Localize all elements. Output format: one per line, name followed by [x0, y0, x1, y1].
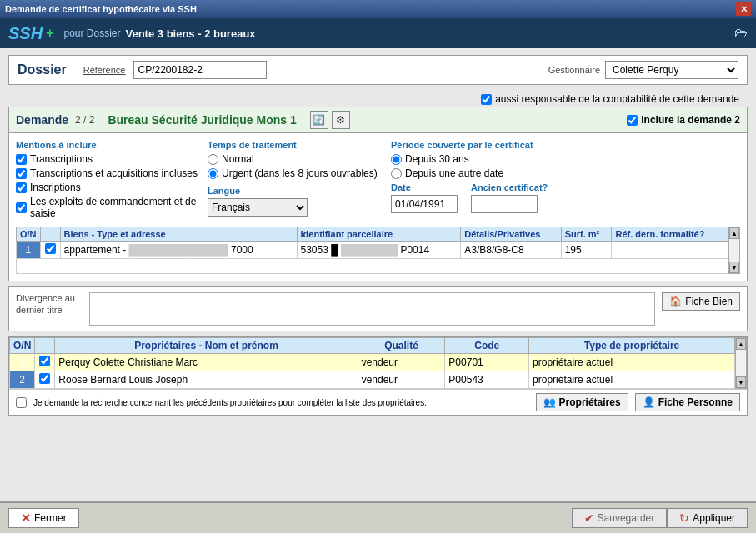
inclure-check: Inclure la demande 2	[627, 114, 740, 126]
precedents-checkbox[interactable]	[16, 397, 27, 408]
temps-title: Temps de traitement	[208, 140, 383, 150]
bien-adresse: appartement - ██████████████ 7000	[60, 242, 297, 259]
bien-identifiant: 53053 █ ████████ P0014	[297, 242, 461, 259]
mentions-title: Mentions à inclure	[16, 140, 199, 150]
gestionnaire-label: Gestionnaire	[548, 65, 600, 75]
fermer-button[interactable]: ✕ Fermer	[8, 508, 79, 528]
close-button[interactable]: ✕	[736, 2, 751, 16]
divergence-label: Divergence audernier titre	[16, 292, 83, 316]
mention-exploits-cb[interactable]	[16, 202, 27, 213]
biens-table: O/N Biens - Type et adresse Identifiant …	[16, 227, 728, 274]
temps-urgent-label: Urgent (dans les 8 jours ouvrables)	[222, 167, 378, 179]
biens-col-details: Détails/Privatives	[461, 227, 561, 242]
mention-inscriptions: Inscriptions	[30, 182, 81, 193]
table-row: 2 Roose Bernard Louis Joseph vendeur P00…	[10, 371, 735, 389]
ancien-cert-input[interactable]	[471, 195, 538, 213]
prop-col-nom: Propriétaires - Nom et prénom	[55, 338, 358, 354]
prop-col-type: Type de propriétaire	[529, 338, 735, 354]
prop-col-on: O/N	[10, 338, 35, 354]
date-input[interactable]	[391, 195, 458, 213]
fiche-personne-icon: 👤	[643, 396, 655, 408]
fiche-bien-icon: 🏠	[669, 296, 682, 307]
apply-arrow-icon: ↻	[679, 511, 689, 525]
biens-scrollbar[interactable]: ▲ ▼	[728, 227, 740, 274]
fermer-icon: ✕	[21, 511, 31, 525]
dossier-header-value: Vente 3 biens - 2 bureaux	[126, 27, 256, 40]
temps-normal-radio[interactable]	[208, 154, 218, 165]
periode-30ans-radio[interactable]	[391, 154, 402, 165]
proprietaires-icon: 👥	[543, 396, 556, 408]
title-bar-text: Demande de certificat hypothécaire via S…	[5, 4, 197, 14]
reference-label: Référence	[83, 65, 126, 75]
responsable-checkbox[interactable]	[481, 94, 492, 105]
biens-col-surface: Surf. m²	[561, 227, 612, 242]
prop-qualite-1: vendeur	[358, 354, 445, 371]
settings-icon-btn[interactable]: ⚙	[332, 111, 350, 129]
mention-transcriptions-cb[interactable]	[16, 154, 27, 165]
periode-autre-label: Depuis une autre date	[405, 167, 503, 179]
prop-row-checkbox-2[interactable]	[39, 373, 50, 384]
prop-scrollbar-up[interactable]: ▲	[736, 338, 746, 350]
inclure-checkbox[interactable]	[627, 115, 638, 126]
responsable-label: aussi responsable de la comptabilité de …	[495, 93, 739, 105]
prop-code-1: P00701	[445, 354, 529, 371]
reference-input[interactable]	[133, 61, 267, 79]
fiche-personne-button[interactable]: 👤 Fiche Personne	[635, 393, 740, 411]
prop-qualite-2: vendeur	[358, 371, 445, 389]
gestionnaire-select[interactable]: Colette Perquy	[605, 61, 738, 79]
folder-icon: 🗁	[734, 26, 748, 41]
proprietaires-btn-label: Propriétaires	[559, 396, 621, 408]
appliquer-button[interactable]: ↻ Appliquer	[667, 508, 748, 528]
prop-col-qualite: Qualité	[358, 338, 445, 354]
bien-surface: 195	[561, 242, 612, 259]
date-title: Date	[391, 182, 458, 192]
mention-inscriptions-cb[interactable]	[16, 182, 27, 193]
sauvegarder-button[interactable]: ✔ Sauvegarder	[572, 508, 668, 528]
demande-header: Demande 2 / 2 Bureau Sécurité Juridique …	[9, 107, 747, 133]
prop-scrollbar-track	[736, 350, 746, 376]
langue-select[interactable]: Français	[208, 198, 308, 217]
biens-col-adresse: Biens - Type et adresse	[60, 227, 297, 242]
scrollbar-up[interactable]: ▲	[729, 227, 739, 239]
mention-trans-acq-cb[interactable]	[16, 168, 27, 179]
biens-col-identifiant: Identifiant parcellaire	[297, 227, 461, 242]
mention-exploits: Les exploits de commandement et de saisi…	[30, 196, 199, 219]
prop-scrollbar[interactable]: ▲ ▼	[735, 337, 747, 389]
prop-col-code: Code	[445, 338, 529, 354]
prop-type-2: propriétaire actuel	[529, 371, 735, 389]
biens-col-ref: Réf. dern. formalité?	[612, 227, 728, 242]
proprietaires-table: O/N Propriétaires - Nom et prénom Qualit…	[9, 337, 735, 389]
prop-row-checkbox-1[interactable]	[39, 356, 50, 366]
table-row: 1 Perquy Colette Christiane Marc vendeur…	[10, 354, 735, 371]
fiche-bien-label: Fiche Bien	[685, 296, 733, 307]
prop-code-2: P00543	[445, 371, 529, 389]
divergence-section: Divergence audernier titre 🏠 Fiche Bien	[8, 286, 748, 331]
sauvegarder-label: Sauvegarder	[598, 512, 655, 524]
demande-icons: 🔄 ⚙	[310, 111, 350, 129]
divergence-textarea[interactable]	[89, 292, 655, 326]
demande-title: Demande	[16, 113, 68, 127]
bien-row-checkbox[interactable]	[45, 243, 56, 254]
prop-scrollbar-down[interactable]: ▼	[736, 376, 746, 388]
prop-row-number: 1	[10, 354, 35, 371]
prop-type-1: propriétaire actuel	[529, 354, 735, 371]
periode-autre-radio[interactable]	[391, 168, 402, 179]
fiche-bien-button[interactable]: 🏠 Fiche Bien	[662, 292, 740, 311]
dossier-section: Dossier Référence Gestionnaire Colette P…	[8, 55, 748, 107]
biens-col-on: O/N	[17, 227, 41, 242]
bien-details: A3/B8/G8-C8	[461, 242, 561, 259]
dossier-title: Dossier	[18, 62, 67, 77]
prop-col-check	[35, 338, 55, 354]
save-arrow-icon: ✔	[584, 511, 594, 525]
scrollbar-down[interactable]: ▼	[729, 262, 739, 273]
temps-urgent-radio[interactable]	[208, 168, 218, 179]
temps-normal-label: Normal	[222, 153, 254, 165]
row-check-cell	[40, 242, 60, 259]
ancien-cert-title: Ancien certificat?	[471, 182, 548, 192]
refresh-icon-btn[interactable]: 🔄	[310, 111, 328, 129]
demande-count: 2 / 2	[75, 114, 94, 126]
table-row-empty	[17, 259, 728, 274]
mention-trans-acq: Transcriptions et acquisitions incluses	[30, 167, 198, 179]
proprietaires-button[interactable]: 👥 Propriétaires	[536, 393, 628, 411]
ssh-logo: SSH	[8, 24, 43, 43]
